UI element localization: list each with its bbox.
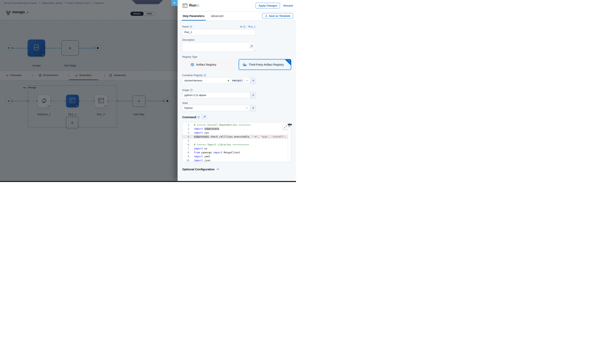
step-id: Id i : Run_1 xyxy=(240,25,256,28)
save-as-template-button[interactable]: Save as Template xyxy=(262,13,293,19)
command-code-editor[interactable]: 1# ====== Install Dependencies ========2… xyxy=(182,122,291,162)
chevron-down-icon[interactable] xyxy=(246,80,248,81)
registry-option-third-party[interactable]: Third-Party Artifact Registry ✓ xyxy=(239,59,291,70)
info-icon[interactable]: i xyxy=(190,89,193,91)
thumbtack-icon xyxy=(252,79,254,82)
info-icon[interactable]: i xyxy=(197,4,199,7)
optional-configuration-toggle[interactable]: Optional Configuration xyxy=(182,168,219,171)
code-line: 3import sys xyxy=(182,131,291,135)
thumbtack-icon xyxy=(252,107,254,110)
tab-advanced[interactable]: Advanced xyxy=(211,14,223,18)
status-dot xyxy=(228,80,229,81)
thumbtack-icon xyxy=(252,94,254,97)
image-label: Imagei xyxy=(182,89,193,91)
pin-runtime-input-button[interactable] xyxy=(250,92,256,99)
registry-option-label: Artifact Registry xyxy=(196,63,216,66)
discard-button[interactable]: Discard xyxy=(283,4,293,7)
thumbtack-icon xyxy=(203,116,206,118)
upload-icon xyxy=(265,15,268,17)
description-textarea[interactable] xyxy=(182,42,256,52)
name-label-text: Name xyxy=(182,25,189,28)
chevron-down-icon xyxy=(246,107,248,109)
run-step-icon xyxy=(183,3,187,8)
active-tab-underline xyxy=(182,20,206,20)
panel-tabs-bar: Step Parameters Advanced Save as Templat… xyxy=(178,11,296,21)
container-registry-field[interactable]: dockerHarness PROJECT xyxy=(182,78,250,84)
info-icon[interactable]: i xyxy=(197,116,200,118)
pin-runtime-input-button[interactable] xyxy=(250,105,256,111)
thumbtack-icon xyxy=(250,45,253,48)
close-drawer-button[interactable]: ✕ xyxy=(171,0,177,6)
code-line: 6# ====== Import Libraries =========== xyxy=(182,143,291,147)
code-line: 5 xyxy=(182,139,291,143)
panel-header: Run i Apply Changes Discard xyxy=(178,0,296,11)
code-line: 10import json xyxy=(182,158,291,162)
shell-label: Shell xyxy=(182,102,188,104)
artifact-registry-cube-icon xyxy=(191,63,194,66)
chevron-down-icon xyxy=(216,168,219,170)
info-icon[interactable]: i xyxy=(190,26,192,28)
pin-runtime-input-button[interactable] xyxy=(202,114,207,120)
container-registry-label: Container Registryi xyxy=(182,74,206,77)
pipeline-studio-screen: Account: kurosakiichigo.songoku Organiza… xyxy=(0,0,296,182)
id-separator: : xyxy=(247,25,247,28)
description-label-text: Description xyxy=(182,39,195,41)
image-input[interactable] xyxy=(182,92,250,98)
docker-whale-icon xyxy=(242,63,247,66)
code-lines: 1# ====== Install Dependencies ========2… xyxy=(182,123,291,162)
save-as-template-label: Save as Template xyxy=(269,14,290,17)
code-line: 2import subprocess xyxy=(182,127,291,131)
registry-type-label: Registry Type xyxy=(182,56,197,58)
code-line: 4subprocess.check_call([sys.executable, … xyxy=(182,135,291,139)
pin-runtime-input-button[interactable] xyxy=(250,78,256,84)
code-line: 9import yaml xyxy=(182,155,291,158)
optional-configuration-label: Optional Configuration xyxy=(182,168,215,171)
container-registry-value: dockerHarness xyxy=(184,79,228,82)
name-input[interactable] xyxy=(182,29,256,35)
bottom-edge-bar xyxy=(0,181,296,182)
code-line: 8from pymongo import MongoClient xyxy=(182,150,291,155)
modal-dim-overlay xyxy=(0,0,177,181)
registry-option-artifact[interactable]: Artifact Registry xyxy=(182,59,235,70)
registry-type-label-text: Registry Type xyxy=(182,56,197,58)
resize-handle[interactable] xyxy=(253,49,255,51)
info-icon[interactable]: i xyxy=(204,74,206,77)
tab-step-parameters[interactable]: Step Parameters xyxy=(183,14,205,18)
description-label: Description xyxy=(182,39,195,41)
command-label-text: Command xyxy=(182,116,196,119)
selected-check-icon: ✓ xyxy=(289,60,290,62)
image-label-text: Image xyxy=(182,89,189,91)
code-line: 7import os xyxy=(182,147,291,150)
apply-changes-button[interactable]: Apply Changes xyxy=(256,3,280,8)
id-label: Id xyxy=(240,25,242,28)
shell-value: Python xyxy=(184,106,246,110)
scope-badge: PROJECT xyxy=(230,79,245,83)
expand-editor-button[interactable] xyxy=(283,124,288,130)
registry-option-label: Third-Party Artifact Registry xyxy=(249,63,284,66)
step-config-panel: Run i Apply Changes Discard Step Paramet… xyxy=(177,0,296,181)
container-registry-label-text: Container Registry xyxy=(182,74,203,77)
expand-icon xyxy=(284,126,287,128)
shell-select[interactable]: Python xyxy=(182,105,250,111)
name-label: Namei xyxy=(182,25,192,28)
code-line: 1# ====== Install Dependencies ======== xyxy=(182,123,291,127)
panel-title: Run xyxy=(189,3,196,7)
pin-runtime-input-button[interactable] xyxy=(249,44,254,49)
id-value: Run_1 xyxy=(248,25,256,28)
info-icon[interactable]: i xyxy=(243,26,246,28)
editor-scrollbar[interactable] xyxy=(288,122,291,162)
editor-scroll-dark-thumb[interactable] xyxy=(288,124,292,125)
command-label: Command i xyxy=(182,116,200,119)
shell-label-text: Shell xyxy=(182,102,188,104)
